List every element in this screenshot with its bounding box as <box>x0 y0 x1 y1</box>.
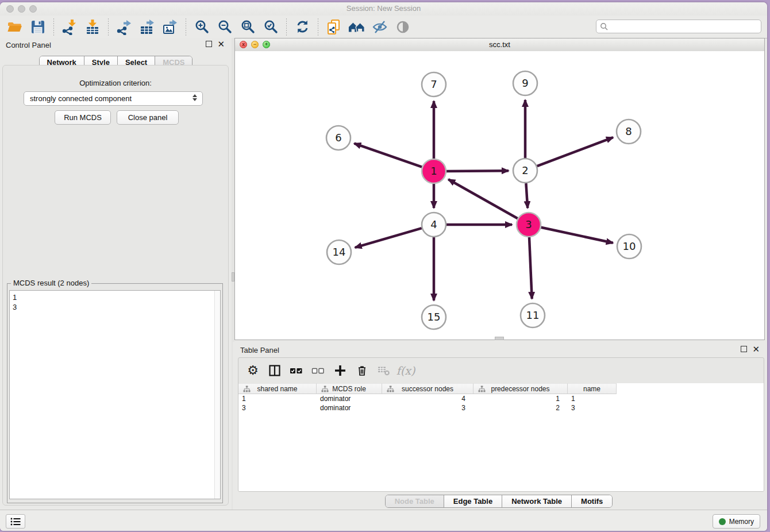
toolbar-separator <box>286 18 287 36</box>
graph-edge-1-6[interactable] <box>354 144 422 167</box>
network-canvas[interactable]: 7968124314101511 <box>235 51 764 340</box>
optimization-criterion-label: Optimization criterion: <box>3 79 228 87</box>
function-builder-icon[interactable]: f(x) <box>397 362 414 379</box>
mcds-result-textarea[interactable]: 13 <box>9 290 221 499</box>
column-label: name <box>583 385 600 393</box>
export-network-icon[interactable] <box>116 18 133 36</box>
cell-mcds-role[interactable]: dominator <box>317 394 382 403</box>
table-tab-node-table[interactable]: Node Table <box>386 495 444 507</box>
open-session-icon[interactable] <box>6 18 24 36</box>
cell-predecessor-nodes[interactable]: 2 <box>473 403 568 413</box>
close-panel-button[interactable]: Close panel <box>117 110 179 125</box>
graph-node-8[interactable]: 8 <box>617 119 641 144</box>
close-panel-icon[interactable]: ✕ <box>217 41 225 47</box>
cell-name[interactable]: 1 <box>568 394 617 403</box>
column-label: shared name <box>257 385 297 393</box>
graph-node-10[interactable]: 10 <box>617 234 641 259</box>
apply-layout-icon[interactable] <box>294 18 311 36</box>
graph-node-6[interactable]: 6 <box>326 126 351 150</box>
graph-edge-2-8[interactable] <box>537 137 613 166</box>
cell-shared-name[interactable]: 1 <box>238 394 317 403</box>
cell-predecessor-nodes[interactable]: 1 <box>473 394 568 403</box>
table-tab-network-table[interactable]: Network Table <box>502 495 572 507</box>
list-icon <box>10 518 21 526</box>
float-table-panel-icon[interactable] <box>741 346 747 352</box>
optimization-criterion-dropdown[interactable]: strongly connected component <box>24 91 203 106</box>
cell-successor-nodes[interactable]: 4 <box>382 394 473 403</box>
table-panel: Table Panel ✕ ⚙ <box>233 342 765 510</box>
column-header-predecessor-nodes[interactable]: predecessor nodes <box>473 383 568 394</box>
column-header-name[interactable]: name <box>568 383 617 394</box>
import-table-icon[interactable] <box>84 18 101 36</box>
shared-column-icon <box>387 385 394 393</box>
graph-edge-2-3[interactable] <box>526 183 528 208</box>
delete-column-icon[interactable] <box>353 362 371 379</box>
column-header-shared-name[interactable]: shared name <box>238 383 317 394</box>
graph-node-3[interactable]: 3 <box>517 213 541 237</box>
network-frame: x − + scc.txt 7968124314101511 <box>234 38 765 340</box>
add-column-icon[interactable] <box>332 362 349 379</box>
shared-column-icon <box>478 385 486 393</box>
cell-mcds-role[interactable]: dominator <box>317 403 382 413</box>
cell-successor-nodes[interactable]: 3 <box>382 403 473 413</box>
zoom-in-icon[interactable] <box>193 18 210 36</box>
result-scrollbar[interactable] <box>214 291 220 499</box>
column-header-mcds-role[interactable]: MCDS role <box>317 383 382 394</box>
show-all-icon[interactable] <box>394 18 411 36</box>
graph-node-14[interactable]: 14 <box>327 240 351 264</box>
graph-node-4[interactable]: 4 <box>422 213 446 237</box>
graph-node-11[interactable]: 11 <box>521 303 545 327</box>
new-network-from-selection-icon[interactable] <box>325 18 342 36</box>
table-settings-icon[interactable]: ⚙ <box>244 362 261 379</box>
import-network-icon[interactable] <box>61 18 78 36</box>
task-history-button[interactable] <box>6 514 25 529</box>
zoom-out-icon[interactable] <box>216 18 233 36</box>
deselect-all-rows-icon[interactable] <box>310 362 327 379</box>
graph-node-15[interactable]: 15 <box>422 305 446 329</box>
control-panel-title: Control Panel <box>6 41 51 49</box>
table-tab-edge-table[interactable]: Edge Table <box>444 495 502 507</box>
graph-edge-1-2[interactable] <box>446 171 509 171</box>
graph-edge-3-11[interactable] <box>529 237 532 299</box>
cell-name[interactable]: 3 <box>568 403 617 413</box>
zoom-fit-icon[interactable] <box>239 18 256 36</box>
zoom-selected-icon[interactable] <box>262 18 279 36</box>
search-field <box>596 20 761 33</box>
export-table-icon[interactable] <box>138 18 156 36</box>
toolbar-separator <box>318 18 318 36</box>
delete-table-icon[interactable] <box>375 362 392 379</box>
column-header-successor-nodes[interactable]: successor nodes <box>382 383 473 394</box>
column-visibility-icon[interactable] <box>266 362 283 379</box>
graph-node-9[interactable]: 9 <box>513 71 537 95</box>
node-table: shared nameMCDS rolesuccessor nodesprede… <box>238 383 764 491</box>
graph-edge-3-10[interactable] <box>541 228 613 243</box>
table-row[interactable]: 3dominator323 <box>238 403 764 413</box>
cell-shared-name[interactable]: 3 <box>238 403 317 413</box>
frame-resize-grip[interactable] <box>495 337 504 340</box>
table-tab-motifs[interactable]: Motifs <box>572 495 612 507</box>
svg-text:4: 4 <box>430 218 437 230</box>
memory-button[interactable]: Memory <box>713 514 760 529</box>
graph-node-1[interactable]: 1 <box>422 159 446 183</box>
graph-node-7[interactable]: 7 <box>422 72 446 97</box>
close-table-panel-icon[interactable]: ✕ <box>752 346 760 352</box>
search-input[interactable] <box>596 20 761 33</box>
svg-text:7: 7 <box>430 78 437 90</box>
network-graph[interactable]: 7968124314101511 <box>235 51 764 340</box>
dropdown-stepper-icon <box>192 94 197 101</box>
save-session-icon[interactable] <box>29 18 47 36</box>
hide-selected-icon[interactable] <box>371 18 388 36</box>
export-image-icon[interactable] <box>161 18 179 36</box>
graph-node-2[interactable]: 2 <box>513 159 537 183</box>
first-neighbors-icon[interactable] <box>348 18 365 36</box>
float-panel-icon[interactable] <box>206 41 212 47</box>
table-row[interactable]: 1dominator411 <box>238 394 764 403</box>
memory-status-icon <box>719 518 726 525</box>
svg-text:3: 3 <box>525 218 532 230</box>
run-mcds-button[interactable]: Run MCDS <box>55 110 111 125</box>
graph-edge-3-1[interactable] <box>448 179 518 218</box>
select-all-rows-icon[interactable] <box>288 362 305 379</box>
graph-edge-4-14[interactable] <box>355 228 422 248</box>
memory-label: Memory <box>729 518 754 526</box>
mcds-panel: Optimization criterion: strongly connect… <box>2 65 229 506</box>
